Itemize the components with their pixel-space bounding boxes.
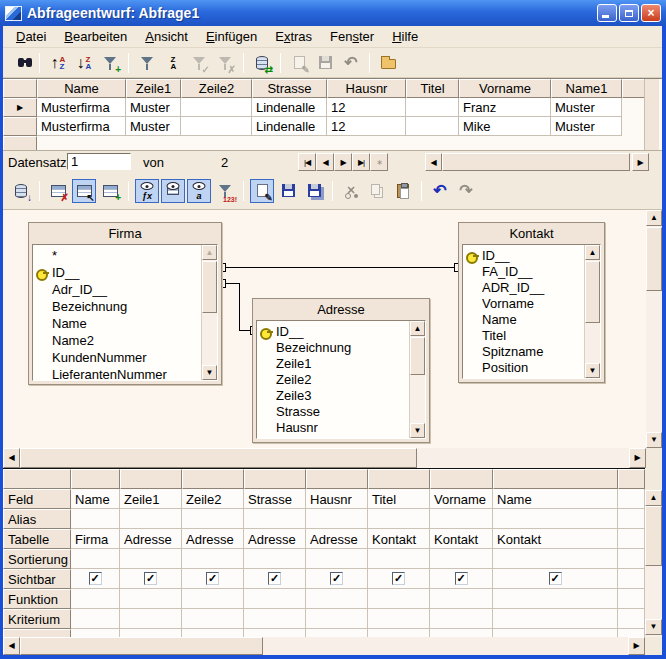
field-list-scrollbar[interactable]: ▲ ▼ bbox=[201, 245, 217, 380]
scroll-up-button[interactable]: ▲ bbox=[585, 245, 600, 260]
grid-cell[interactable] bbox=[368, 609, 430, 629]
previous-record-button[interactable]: ◀ bbox=[316, 153, 334, 171]
scroll-thumb[interactable] bbox=[20, 448, 417, 468]
scroll-down-button[interactable]: ▼ bbox=[646, 432, 662, 448]
sichtbar-checkbox[interactable]: ✓ bbox=[89, 572, 102, 585]
datasheet-cell[interactable]: Franz bbox=[459, 98, 551, 117]
table-title-kontakt[interactable]: Kontakt bbox=[459, 223, 604, 244]
grid-column-header[interactable] bbox=[493, 469, 618, 489]
grid-column-header[interactable] bbox=[306, 469, 368, 489]
join-line-firma-adresse-seg1[interactable] bbox=[226, 283, 240, 284]
datasheet-cell[interactable]: Muster bbox=[126, 117, 181, 136]
grid-row-header-feld[interactable]: Feld bbox=[3, 489, 71, 509]
datasheet-cell[interactable] bbox=[181, 98, 252, 117]
column-header-name1[interactable]: Name1 bbox=[551, 79, 622, 98]
scroll-thumb[interactable] bbox=[20, 637, 263, 655]
grid-cell[interactable]: Adresse bbox=[306, 529, 368, 549]
grid-cell[interactable] bbox=[618, 589, 645, 609]
paste-button[interactable] bbox=[391, 179, 415, 203]
grid-cell[interactable] bbox=[120, 609, 182, 629]
table-name-button[interactable] bbox=[161, 179, 185, 203]
grid-cell[interactable] bbox=[493, 509, 618, 529]
grid-cell[interactable] bbox=[182, 589, 244, 609]
menu-datei[interactable]: Datei bbox=[7, 26, 55, 47]
datasheet-corner[interactable] bbox=[3, 79, 37, 98]
field-Spitzname[interactable]: Spitzname bbox=[466, 343, 584, 359]
grid-cell[interactable]: ✓ bbox=[244, 569, 306, 589]
grid-cell[interactable]: Adresse bbox=[182, 529, 244, 549]
scroll-up-button[interactable]: ▲ bbox=[202, 245, 217, 260]
grid-cell[interactable] bbox=[120, 629, 182, 637]
grid-cell[interactable]: Titel bbox=[368, 489, 430, 509]
edit-button[interactable]: ✎ bbox=[250, 179, 274, 203]
sichtbar-checkbox[interactable]: ✓ bbox=[392, 572, 405, 585]
sort-descending-button[interactable]: ↓ZA bbox=[72, 51, 96, 75]
grid-cell[interactable] bbox=[493, 589, 618, 609]
clear-query-button[interactable]: ✗ bbox=[46, 179, 70, 203]
grid-cell[interactable]: Name bbox=[71, 489, 120, 509]
scroll-up-button[interactable]: ▲ bbox=[410, 321, 425, 336]
field-Vorname[interactable]: Vorname bbox=[466, 295, 584, 311]
field-FA_ID__[interactable]: FA_ID__ bbox=[466, 263, 584, 279]
menu-hilfe[interactable]: Hilfe bbox=[383, 26, 427, 47]
standard-filter-button[interactable] bbox=[135, 51, 159, 75]
scroll-thumb[interactable] bbox=[645, 506, 662, 566]
grid-cell[interactable] bbox=[618, 489, 645, 509]
run-query-button[interactable]: ↓ bbox=[9, 179, 33, 203]
apply-filter-button[interactable]: ✓ bbox=[187, 51, 211, 75]
menu-fenster[interactable]: Fenster bbox=[321, 26, 383, 47]
grid-row-header-alias[interactable]: Alias bbox=[3, 509, 71, 529]
menu-bearbeiten[interactable]: Bearbeiten bbox=[55, 26, 136, 47]
field-Bezeichnung[interactable]: Bezeichnung bbox=[36, 298, 201, 315]
datasheet-cell[interactable]: Muster bbox=[551, 117, 622, 136]
datasheet-vertical-scrollbar[interactable] bbox=[644, 79, 659, 150]
column-header-titel[interactable]: Titel bbox=[406, 79, 459, 98]
join-line-firma-adresse-seg3[interactable] bbox=[239, 330, 250, 331]
column-header-hausnr[interactable]: Hausnr bbox=[327, 79, 406, 98]
datasheet-cell[interactable]: Muster bbox=[551, 98, 622, 117]
grid-cell[interactable] bbox=[244, 549, 306, 569]
grid-cell[interactable] bbox=[618, 609, 645, 629]
grid-cell[interactable]: Zeile2 bbox=[182, 489, 244, 509]
datasheet-cell[interactable]: 12 bbox=[327, 98, 406, 117]
sichtbar-checkbox[interactable]: ✓ bbox=[549, 572, 562, 585]
field-Adr_ID__[interactable]: Adr_ID__ bbox=[36, 281, 201, 298]
field-Titel[interactable]: Titel bbox=[466, 327, 584, 343]
sichtbar-checkbox[interactable]: ✓ bbox=[144, 572, 157, 585]
row-selector[interactable] bbox=[3, 136, 37, 150]
grid-row-header-sortierung[interactable]: Sortierung bbox=[3, 549, 71, 569]
datasheet-cell[interactable]: Muster bbox=[126, 98, 181, 117]
sort-ascending-button[interactable]: ↑AZ bbox=[46, 51, 70, 75]
grid-cell[interactable] bbox=[306, 549, 368, 569]
sichtbar-checkbox[interactable]: ✓ bbox=[330, 572, 343, 585]
scroll-thumb[interactable] bbox=[410, 337, 425, 375]
grid-cell[interactable]: Kontakt bbox=[493, 529, 618, 549]
menu-ansicht[interactable]: Ansicht bbox=[136, 26, 197, 47]
grid-cell[interactable] bbox=[71, 629, 120, 637]
grid-cell[interactable] bbox=[244, 509, 306, 529]
first-record-button[interactable]: |◀ bbox=[298, 153, 316, 171]
datasheet-cell[interactable]: Lindenalle bbox=[252, 98, 327, 117]
menu-einfuegen[interactable]: Einfügen bbox=[197, 26, 266, 47]
column-header-name[interactable]: Name bbox=[37, 79, 126, 98]
scroll-right-button[interactable]: ▶ bbox=[628, 637, 645, 655]
grid-column-header[interactable] bbox=[618, 469, 645, 489]
grid-cell[interactable] bbox=[430, 629, 493, 637]
scroll-down-button[interactable]: ▼ bbox=[585, 363, 600, 378]
field-Name2[interactable]: Name2 bbox=[36, 332, 201, 349]
new-record-button[interactable]: ∗ bbox=[370, 153, 388, 171]
scroll-down-button[interactable]: ▼ bbox=[410, 423, 425, 438]
datasheet-cell[interactable] bbox=[406, 117, 459, 136]
grid-cell[interactable]: ✓ bbox=[182, 569, 244, 589]
field-Postfach[interactable]: Postfach bbox=[260, 435, 409, 438]
save-record-button[interactable] bbox=[313, 51, 337, 75]
autofilter-button[interactable]: + bbox=[98, 51, 122, 75]
design-view-on-off-button[interactable]: ↖ bbox=[72, 179, 96, 203]
scroll-down-button[interactable]: ▼ bbox=[645, 619, 662, 635]
grid-cell[interactable] bbox=[618, 569, 645, 589]
table-box-adresse[interactable]: Adresse ID__BezeichnungZeile1Zeile2Zeile… bbox=[252, 298, 430, 443]
field-LieferantenNummer[interactable]: LieferantenNummer bbox=[36, 366, 201, 380]
sichtbar-checkbox[interactable]: ✓ bbox=[206, 572, 219, 585]
grid-cell[interactable]: ✓ bbox=[120, 569, 182, 589]
grid-column-header[interactable] bbox=[71, 469, 120, 489]
